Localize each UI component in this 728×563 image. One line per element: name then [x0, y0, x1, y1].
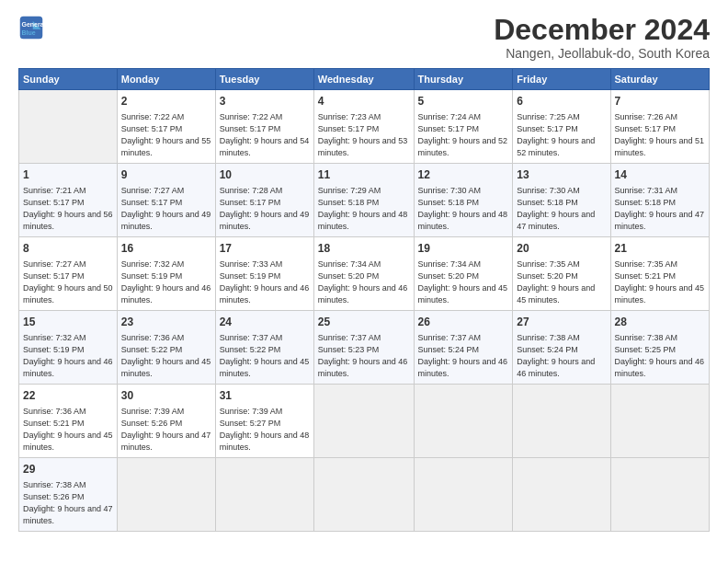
calendar-cell: 15Sunrise: 7:32 AMSunset: 5:19 PMDayligh… — [19, 310, 118, 384]
calendar-cell: 11Sunrise: 7:29 AMSunset: 5:18 PMDayligh… — [313, 163, 414, 236]
calendar-cell — [610, 384, 709, 457]
day-number: 2 — [121, 94, 211, 109]
day-info: Sunrise: 7:38 AMSunset: 5:24 PMDaylight:… — [517, 333, 595, 378]
calendar-cell: 5Sunrise: 7:24 AMSunset: 5:17 PMDaylight… — [414, 90, 513, 164]
day-info: Sunrise: 7:39 AMSunset: 5:27 PMDaylight:… — [220, 407, 310, 452]
day-number: 14 — [615, 167, 705, 183]
calendar-cell: 18Sunrise: 7:34 AMSunset: 5:20 PMDayligh… — [313, 236, 414, 310]
day-number: 27 — [517, 315, 606, 330]
calendar-cell: 17Sunrise: 7:33 AMSunset: 5:19 PMDayligh… — [215, 236, 313, 310]
day-number: 13 — [517, 167, 606, 183]
day-info: Sunrise: 7:28 AMSunset: 5:17 PMDaylight:… — [220, 186, 310, 231]
calendar-cell: 1Sunrise: 7:21 AMSunset: 5:17 PMDaylight… — [19, 163, 118, 236]
day-info: Sunrise: 7:27 AMSunset: 5:17 PMDaylight:… — [23, 259, 113, 304]
calendar-cell: 20Sunrise: 7:35 AMSunset: 5:20 PMDayligh… — [513, 236, 610, 310]
day-info: Sunrise: 7:36 AMSunset: 5:22 PMDaylight:… — [121, 333, 211, 378]
day-number: 1 — [23, 167, 113, 183]
calendar-cell: 12Sunrise: 7:30 AMSunset: 5:18 PMDayligh… — [414, 163, 513, 236]
day-info: Sunrise: 7:33 AMSunset: 5:19 PMDaylight:… — [220, 259, 310, 304]
day-info: Sunrise: 7:34 AMSunset: 5:20 PMDaylight:… — [318, 259, 408, 304]
calendar-cell — [513, 384, 610, 457]
col-header-tuesday: Tuesday — [215, 69, 313, 90]
day-info: Sunrise: 7:36 AMSunset: 5:21 PMDaylight:… — [23, 407, 113, 452]
day-number: 26 — [418, 315, 509, 330]
day-number: 22 — [23, 388, 113, 404]
day-number: 16 — [121, 241, 211, 257]
day-number: 10 — [220, 167, 310, 183]
day-info: Sunrise: 7:29 AMSunset: 5:18 PMDaylight:… — [318, 186, 408, 231]
calendar-cell — [313, 384, 414, 457]
calendar-cell: 22Sunrise: 7:36 AMSunset: 5:21 PMDayligh… — [19, 384, 118, 457]
day-number: 19 — [418, 241, 509, 257]
header: General Blue December 2024 Nangen, Jeoll… — [18, 15, 710, 61]
calendar-cell: 6Sunrise: 7:25 AMSunset: 5:17 PMDaylight… — [513, 90, 610, 164]
day-info: Sunrise: 7:35 AMSunset: 5:21 PMDaylight:… — [615, 259, 705, 304]
calendar-cell: 14Sunrise: 7:31 AMSunset: 5:18 PMDayligh… — [610, 163, 709, 236]
day-number: 25 — [318, 315, 410, 330]
col-header-saturday: Saturday — [610, 69, 709, 90]
day-info: Sunrise: 7:23 AMSunset: 5:17 PMDaylight:… — [318, 112, 408, 157]
calendar-cell — [414, 384, 513, 457]
day-number: 5 — [418, 94, 509, 109]
calendar-cell: 9Sunrise: 7:27 AMSunset: 5:17 PMDaylight… — [117, 163, 215, 236]
calendar-cell: 23Sunrise: 7:36 AMSunset: 5:22 PMDayligh… — [117, 310, 215, 384]
day-info: Sunrise: 7:37 AMSunset: 5:22 PMDaylight:… — [220, 333, 310, 378]
location-subtitle: Nangen, Jeollabuk-do, South Korea — [494, 46, 710, 61]
calendar-cell: 4Sunrise: 7:23 AMSunset: 5:17 PMDaylight… — [313, 90, 414, 164]
calendar-cell: 16Sunrise: 7:32 AMSunset: 5:19 PMDayligh… — [117, 236, 215, 310]
calendar-cell: 10Sunrise: 7:28 AMSunset: 5:17 PMDayligh… — [215, 163, 313, 236]
calendar-cell — [610, 457, 709, 531]
month-title: December 2024 — [494, 15, 710, 44]
day-info: Sunrise: 7:34 AMSunset: 5:20 PMDaylight:… — [418, 259, 508, 304]
day-info: Sunrise: 7:22 AMSunset: 5:17 PMDaylight:… — [121, 112, 211, 157]
day-number: 30 — [121, 388, 211, 404]
day-info: Sunrise: 7:22 AMSunset: 5:17 PMDaylight:… — [220, 112, 310, 157]
day-info: Sunrise: 7:38 AMSunset: 5:25 PMDaylight:… — [615, 333, 705, 378]
day-info: Sunrise: 7:24 AMSunset: 5:17 PMDaylight:… — [418, 112, 508, 157]
day-info: Sunrise: 7:30 AMSunset: 5:18 PMDaylight:… — [517, 186, 595, 231]
calendar-cell: 2Sunrise: 7:22 AMSunset: 5:17 PMDaylight… — [117, 90, 215, 164]
calendar-cell: 28Sunrise: 7:38 AMSunset: 5:25 PMDayligh… — [610, 310, 709, 384]
day-number: 9 — [121, 167, 211, 183]
day-number: 18 — [318, 241, 410, 257]
calendar-cell: 19Sunrise: 7:34 AMSunset: 5:20 PMDayligh… — [414, 236, 513, 310]
day-info: Sunrise: 7:31 AMSunset: 5:18 PMDaylight:… — [615, 186, 705, 231]
day-number: 8 — [23, 241, 113, 257]
logo: General Blue — [18, 15, 44, 40]
day-number: 11 — [318, 167, 410, 183]
calendar-cell: 24Sunrise: 7:37 AMSunset: 5:22 PMDayligh… — [215, 310, 313, 384]
calendar-cell: 30Sunrise: 7:39 AMSunset: 5:26 PMDayligh… — [117, 384, 215, 457]
day-number: 28 — [615, 315, 705, 330]
calendar-cell: 3Sunrise: 7:22 AMSunset: 5:17 PMDaylight… — [215, 90, 313, 164]
calendar-cell — [313, 457, 414, 531]
day-info: Sunrise: 7:38 AMSunset: 5:26 PMDaylight:… — [23, 480, 113, 525]
day-info: Sunrise: 7:21 AMSunset: 5:17 PMDaylight:… — [23, 186, 113, 231]
day-number: 21 — [615, 241, 705, 257]
calendar-table: SundayMondayTuesdayWednesdayThursdayFrid… — [18, 68, 710, 532]
day-info: Sunrise: 7:32 AMSunset: 5:19 PMDaylight:… — [121, 259, 211, 304]
day-number: 31 — [220, 388, 310, 404]
page: General Blue December 2024 Nangen, Jeoll… — [0, 0, 728, 563]
col-header-wednesday: Wednesday — [313, 69, 414, 90]
day-number: 24 — [220, 315, 310, 330]
day-number: 12 — [418, 167, 509, 183]
calendar-cell: 13Sunrise: 7:30 AMSunset: 5:18 PMDayligh… — [513, 163, 610, 236]
day-info: Sunrise: 7:25 AMSunset: 5:17 PMDaylight:… — [517, 112, 595, 157]
day-info: Sunrise: 7:26 AMSunset: 5:17 PMDaylight:… — [615, 112, 705, 157]
calendar-cell: 7Sunrise: 7:26 AMSunset: 5:17 PMDaylight… — [610, 90, 709, 164]
svg-text:Blue: Blue — [22, 29, 36, 36]
day-info: Sunrise: 7:39 AMSunset: 5:26 PMDaylight:… — [121, 407, 211, 452]
calendar-cell — [117, 457, 215, 531]
calendar-cell — [414, 457, 513, 531]
day-info: Sunrise: 7:37 AMSunset: 5:23 PMDaylight:… — [318, 333, 408, 378]
calendar-cell: 8Sunrise: 7:27 AMSunset: 5:17 PMDaylight… — [19, 236, 118, 310]
calendar-cell: 26Sunrise: 7:37 AMSunset: 5:24 PMDayligh… — [414, 310, 513, 384]
svg-text:General: General — [22, 21, 45, 28]
calendar-cell — [215, 457, 313, 531]
day-number: 23 — [121, 315, 211, 330]
calendar-cell — [19, 90, 118, 164]
day-info: Sunrise: 7:27 AMSunset: 5:17 PMDaylight:… — [121, 186, 211, 231]
day-number: 3 — [220, 94, 310, 109]
calendar-cell: 27Sunrise: 7:38 AMSunset: 5:24 PMDayligh… — [513, 310, 610, 384]
day-info: Sunrise: 7:37 AMSunset: 5:24 PMDaylight:… — [418, 333, 508, 378]
